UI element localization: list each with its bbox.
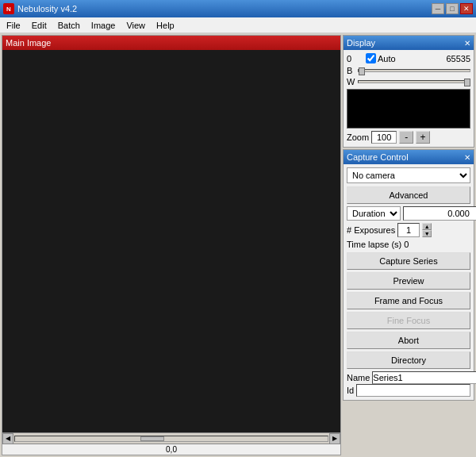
main-layout: Main Image ◀ ▶ 0,0 Display ✕ 0 (0, 33, 476, 457)
duration-input[interactable] (403, 206, 476, 221)
scroll-track-h[interactable] (14, 436, 328, 442)
scroll-left-button[interactable]: ◀ (2, 433, 13, 444)
display-panel-body: 0 Auto 65535 B W (344, 50, 474, 147)
scroll-thumb-h[interactable] (140, 436, 164, 441)
title-bar: N Nebulosity v4.2 ─ □ ✕ (0, 0, 476, 17)
image-panel-title: Main Image (6, 38, 51, 48)
menu-file[interactable]: File (2, 19, 25, 32)
display-range-row: 0 Auto 65535 (347, 53, 470, 63)
exposures-down-button[interactable]: ▼ (422, 230, 432, 237)
right-panels: Display ✕ 0 Auto 65535 B (343, 33, 476, 457)
menu-view[interactable]: View (121, 19, 150, 32)
capture-panel-title: Capture Control (347, 152, 409, 162)
capture-series-button[interactable]: Capture Series (347, 252, 470, 270)
camera-select[interactable]: No camera (347, 167, 470, 183)
capture-panel-body: No camera Advanced Duration # Exposures (344, 164, 474, 400)
id-row: Id (347, 384, 470, 397)
frame-focus-button[interactable]: Frame and Focus (347, 292, 470, 309)
app-icon: N (3, 3, 14, 14)
capture-panel-titlebar: Capture Control ✕ (344, 150, 474, 164)
w-slider[interactable] (358, 80, 470, 83)
auto-label: Auto (378, 54, 396, 63)
status-bar: 0,0 (2, 444, 340, 455)
minimize-button[interactable]: ─ (432, 3, 444, 14)
exposures-label: # Exposures (347, 225, 395, 235)
display-min-value: 0 (347, 54, 363, 63)
zoom-row: Zoom - + (347, 131, 470, 144)
b-slider-handle[interactable] (359, 67, 365, 75)
b-slider-row: B (347, 66, 470, 75)
exposures-input[interactable] (397, 223, 420, 237)
scroll-right-button[interactable]: ▶ (329, 433, 340, 444)
id-label: Id (347, 386, 354, 395)
image-canvas[interactable] (2, 50, 340, 432)
name-label: Name (347, 373, 370, 382)
advanced-button[interactable]: Advanced (347, 186, 470, 204)
image-panel: Main Image ◀ ▶ 0,0 (2, 35, 341, 455)
app-title: Nebulosity v4.2 (17, 4, 77, 13)
display-panel-titlebar: Display ✕ (344, 36, 474, 50)
menu-edit[interactable]: Edit (27, 19, 52, 32)
capture-control-panel: Capture Control ✕ No camera Advanced Dur… (343, 149, 474, 401)
exposures-spinner: ▲ ▼ (422, 223, 432, 237)
auto-checkbox-container[interactable]: Auto (366, 53, 396, 63)
name-input[interactable] (372, 371, 476, 384)
zoom-label: Zoom (347, 132, 369, 142)
image-panel-titlebar: Main Image (2, 36, 340, 50)
capture-panel-close[interactable]: ✕ (464, 153, 470, 162)
timelapse-value: 0 (404, 240, 409, 249)
timelapse-row: Time lapse (s) 0 (347, 240, 470, 249)
menu-image[interactable]: Image (86, 19, 121, 32)
fine-focus-button[interactable]: Fine Focus (347, 312, 470, 329)
display-preview-box (347, 89, 470, 129)
duration-select[interactable]: Duration (347, 206, 401, 221)
menu-bar: File Edit Batch Image View Help (0, 17, 476, 33)
exposures-up-button[interactable]: ▲ (422, 223, 432, 230)
menu-help[interactable]: Help (152, 19, 179, 32)
window-controls: ─ □ ✕ (432, 3, 473, 14)
zoom-input[interactable] (371, 131, 397, 144)
id-input[interactable] (356, 384, 470, 397)
close-button[interactable]: ✕ (460, 3, 473, 14)
directory-button[interactable]: Directory (347, 351, 470, 369)
abort-button[interactable]: Abort (347, 332, 470, 349)
display-panel-title: Display (347, 38, 375, 48)
display-panel: Display ✕ 0 Auto 65535 B (343, 35, 474, 148)
coordinates: 0,0 (166, 445, 177, 454)
b-slider[interactable] (358, 69, 470, 72)
preview-button[interactable]: Preview (347, 272, 470, 290)
menu-batch[interactable]: Batch (53, 19, 85, 32)
b-label: B (347, 66, 356, 75)
display-max-value: 65535 (446, 54, 470, 63)
duration-row: Duration (347, 206, 470, 221)
name-row: Name (347, 371, 470, 384)
w-slider-row: W (347, 77, 470, 86)
timelapse-label: Time lapse (s) (347, 240, 401, 249)
auto-checkbox[interactable] (366, 53, 376, 63)
exposures-row: # Exposures ▲ ▼ (347, 223, 470, 237)
w-label: W (347, 77, 356, 86)
w-slider-handle[interactable] (464, 79, 470, 86)
zoom-plus-button[interactable]: + (416, 131, 430, 144)
horizontal-scrollbar[interactable]: ◀ ▶ (2, 432, 340, 444)
zoom-minus-button[interactable]: - (399, 131, 413, 144)
display-panel-close[interactable]: ✕ (464, 39, 470, 48)
maximize-button[interactable]: □ (446, 3, 459, 14)
